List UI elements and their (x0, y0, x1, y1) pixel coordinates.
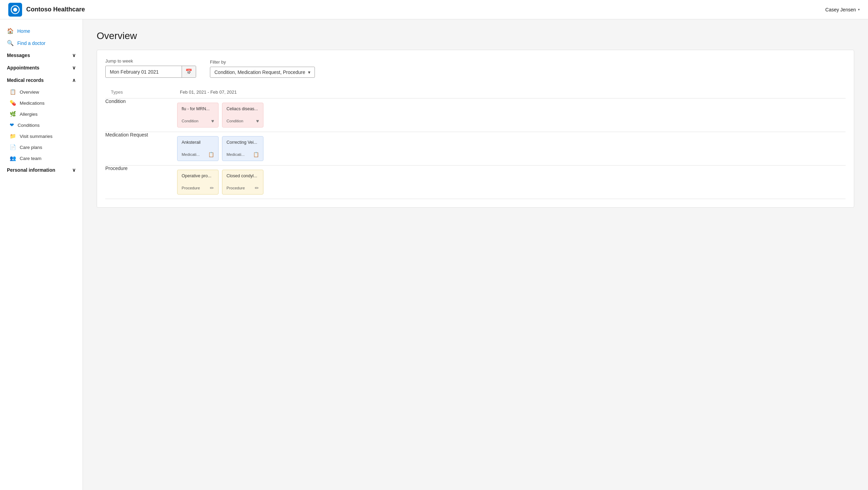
allergies-icon: 🌿 (10, 111, 16, 117)
type-cell-2: Procedure (105, 166, 174, 199)
item-card-title-2-0: Operative pro... (182, 173, 214, 178)
date-input[interactable] (106, 67, 182, 77)
col-types-header: Types (105, 86, 174, 98)
header-left: Contoso Healthcare (8, 3, 85, 17)
item-card-footer-1-1: Medicati...📋 (226, 152, 259, 157)
item-card-type-2-1: Procedure (226, 186, 245, 190)
allergies-label: Allergies (20, 112, 38, 117)
item-card-2-1[interactable]: Closed condyl...Procedure✏ (222, 170, 263, 195)
type-cell-1: Medication Request (105, 132, 174, 166)
item-card-0-1[interactable]: Celiacs diseas...Condition♥ (222, 103, 263, 128)
data-cells-container-2: Operative pro...Procedure✏Closed condyl.… (177, 170, 843, 195)
item-card-icon-1-0: 📋 (208, 152, 214, 157)
item-card-1-1[interactable]: Correcting Vei...Medicati...📋 (222, 136, 263, 161)
care-plans-label: Care plans (20, 145, 42, 150)
item-card-footer-0-1: Condition♥ (226, 118, 259, 124)
item-card-2-0[interactable]: Operative pro...Procedure✏ (177, 170, 219, 195)
item-card-icon-1-1: 📋 (253, 152, 259, 157)
appointments-label: Appointments (7, 65, 39, 70)
item-card-icon-2-1: ✏ (255, 185, 259, 191)
calendar-button[interactable]: 📅 (182, 66, 196, 77)
home-icon: 🏠 (7, 28, 14, 34)
medical-records-chevron: ∧ (72, 77, 76, 83)
item-card-1-0[interactable]: AnksterailMedicati...📋 (177, 136, 219, 161)
medications-icon: 💊 (10, 100, 16, 106)
data-cells-0: flu - for MRN...Condition♥Celiacs diseas… (174, 98, 846, 132)
jump-to-week-group: Jump to week 📅 (105, 58, 196, 78)
item-card-footer-2-0: Procedure✏ (182, 185, 214, 191)
svg-point-1 (13, 8, 17, 12)
medical-records-label: Medical records (7, 77, 44, 83)
sidebar-item-allergies[interactable]: 🌿 Allergies (0, 109, 83, 120)
sidebar-home-label: Home (17, 28, 30, 34)
item-card-type-2-0: Procedure (182, 186, 200, 190)
user-menu-chevron: ▾ (858, 8, 860, 11)
data-cells-1: AnksterailMedicati...📋Correcting Vei...M… (174, 132, 846, 166)
main-content: Overview Jump to week 📅 Filter by (83, 19, 868, 490)
sidebar-item-find-doctor[interactable]: 🔍 Find a doctor (0, 37, 83, 49)
sidebar-section-medical-records[interactable]: Medical records ∧ (0, 74, 83, 86)
item-card-type-0-1: Condition (226, 119, 243, 123)
item-card-type-1-1: Medicati... (226, 152, 244, 157)
item-card-title-2-1: Closed condyl... (226, 173, 259, 178)
item-card-icon-0-1: ♥ (256, 118, 259, 124)
filter-dropdown-value: Condition, Medication Request, Procedure (214, 69, 305, 75)
visit-summaries-label: Visit summaries (20, 134, 52, 139)
filter-dropdown-chevron: ▾ (308, 69, 310, 75)
sidebar-item-care-plans[interactable]: 📄 Care plans (0, 142, 83, 153)
user-menu[interactable]: Casey Jensen ▾ (825, 7, 860, 12)
table-row-2: ProcedureOperative pro...Procedure✏Close… (105, 166, 846, 199)
care-team-icon: 👥 (10, 155, 16, 161)
item-card-type-0-0: Condition (182, 119, 199, 123)
item-card-0-0[interactable]: flu - for MRN...Condition♥ (177, 103, 219, 128)
table-row-0: Conditionflu - for MRN...Condition♥Celia… (105, 98, 846, 132)
personal-information-chevron: ∨ (72, 167, 76, 173)
overview-card: Jump to week 📅 Filter by Condition, Medi… (97, 50, 854, 208)
sidebar-item-medications[interactable]: 💊 Medications (0, 97, 83, 109)
item-card-footer-1-0: Medicati...📋 (182, 152, 214, 157)
item-card-icon-0-0: ♥ (211, 118, 214, 124)
sidebar-section-appointments[interactable]: Appointments ∨ (0, 62, 83, 74)
sidebar-section-messages[interactable]: Messages ∨ (0, 49, 83, 62)
jump-to-week-label: Jump to week (105, 58, 196, 64)
messages-label: Messages (7, 53, 30, 58)
sidebar: 🏠 Home 🔍 Find a doctor Messages ∨ Appoin… (0, 19, 83, 490)
table-header-row: Types Feb 01, 2021 - Feb 07, 2021 (105, 86, 846, 98)
medications-label: Medications (20, 101, 45, 106)
sidebar-item-conditions[interactable]: ❤ Conditions (0, 120, 83, 131)
sidebar-item-care-team[interactable]: 👥 Care team (0, 153, 83, 164)
filter-bar: Jump to week 📅 Filter by Condition, Medi… (105, 58, 846, 78)
filter-by-group: Filter by Condition, Medication Request,… (210, 59, 315, 78)
personal-information-label: Personal information (7, 167, 55, 173)
user-name: Casey Jensen (825, 7, 856, 12)
app-title: Contoso Healthcare (26, 6, 85, 13)
app-header: Contoso Healthcare Casey Jensen ▾ (0, 0, 868, 19)
find-doctor-icon: 🔍 (7, 40, 14, 46)
overview-icon: 📋 (10, 89, 16, 95)
type-cell-0: Condition (105, 98, 174, 132)
data-cells-2: Operative pro...Procedure✏Closed condyl.… (174, 166, 846, 199)
col-dates-header: Feb 01, 2021 - Feb 07, 2021 (174, 86, 846, 98)
messages-chevron: ∨ (72, 53, 76, 58)
data-cells-container-0: flu - for MRN...Condition♥Celiacs diseas… (177, 103, 843, 128)
visit-summaries-icon: 📁 (10, 133, 16, 139)
sidebar-item-overview[interactable]: 📋 Overview (0, 86, 83, 97)
item-card-title-1-1: Correcting Vei... (226, 140, 259, 145)
item-card-footer-0-0: Condition♥ (182, 118, 214, 124)
item-card-footer-2-1: Procedure✏ (226, 185, 259, 191)
filter-dropdown[interactable]: Condition, Medication Request, Procedure… (210, 67, 315, 78)
care-team-label: Care team (20, 156, 41, 161)
item-card-title-1-0: Anksterail (182, 140, 214, 145)
item-card-title-0-0: flu - for MRN... (182, 106, 214, 111)
sidebar-item-visit-summaries[interactable]: 📁 Visit summaries (0, 131, 83, 142)
sidebar-item-home[interactable]: 🏠 Home (0, 25, 83, 37)
sidebar-find-doctor-label: Find a doctor (17, 40, 46, 46)
item-card-type-1-0: Medicati... (182, 152, 200, 157)
table-row-1: Medication RequestAnksterailMedicati...📋… (105, 132, 846, 166)
app-logo (8, 3, 22, 17)
page-title: Overview (97, 30, 854, 41)
sidebar-section-personal-information[interactable]: Personal information ∨ (0, 164, 83, 176)
filter-by-label: Filter by (210, 59, 315, 65)
item-card-title-0-1: Celiacs diseas... (226, 106, 259, 111)
overview-label: Overview (20, 89, 39, 95)
